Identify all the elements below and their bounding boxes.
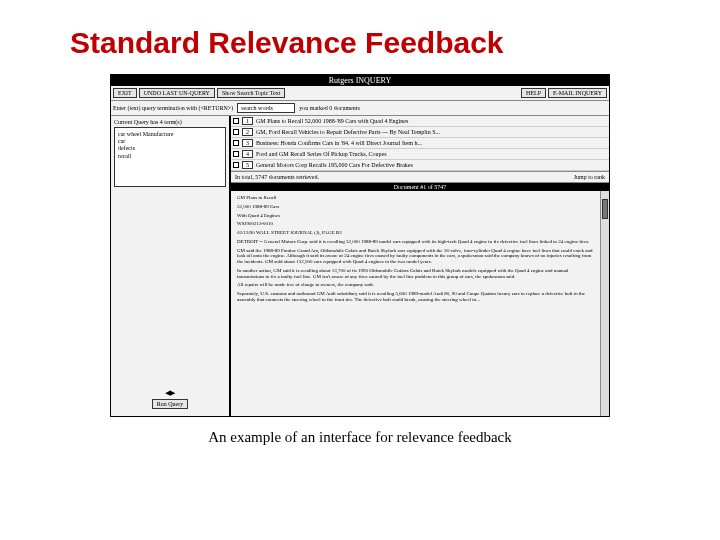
- results-count: In total, 5747 documents retrieved.: [235, 174, 319, 180]
- result-row[interactable]: 1 GM Plans to Recall 52,000 1988-'89 Car…: [231, 116, 609, 127]
- doc-line: 52,000 1988-89 Cars: [237, 204, 594, 210]
- search-input[interactable]: search words: [237, 103, 295, 113]
- rank: 5: [242, 161, 253, 169]
- scroll-thumb[interactable]: [602, 199, 608, 219]
- slide-caption: An example of an interface for relevance…: [30, 429, 690, 446]
- slide: Standard Relevance Feedback Rutgers INQU…: [0, 0, 720, 540]
- rank: 1: [242, 117, 253, 125]
- toolbar: EXIT UNDO LAST UN-QUERY Show Search Topi…: [111, 86, 609, 101]
- relevance-checkbox[interactable]: [233, 151, 239, 157]
- left-pane: Current Query has 4 term(s) car wheel Ma…: [111, 116, 231, 416]
- doc-header: Document #1 of 5747: [231, 183, 609, 191]
- doc-line: With Quad 4 Engines: [237, 213, 594, 219]
- query-row: Enter (text) query termination with (<RE…: [111, 101, 609, 116]
- rank: 4: [242, 150, 253, 158]
- doc-text: GM Plans to Recall 52,000 1988-89 Cars W…: [231, 191, 600, 416]
- term: recall: [118, 153, 222, 160]
- rank: 3: [242, 139, 253, 147]
- show-topic-button[interactable]: Show Search Topic Text: [217, 88, 285, 98]
- result-title: Ford and GM Recall Series Of Pickup Truc…: [256, 151, 387, 157]
- doc-line: DETROIT -- General Motors Corp. said it …: [237, 239, 594, 245]
- doc-line: GM Plans to Recall: [237, 195, 594, 201]
- app-body: Current Query has 4 term(s) car wheel Ma…: [111, 116, 609, 416]
- exit-button[interactable]: EXIT: [113, 88, 137, 98]
- result-row[interactable]: 5 General Motors Corp Recalls 195,000 Ca…: [231, 160, 609, 171]
- relevance-checkbox[interactable]: [233, 129, 239, 135]
- term: car wheel Manufacture: [118, 131, 222, 138]
- help-button[interactable]: HELP: [521, 88, 546, 98]
- relevance-checkbox[interactable]: [233, 162, 239, 168]
- doc-line: WSJ900213-0010: [237, 221, 594, 227]
- query-terms-label: Current Query has 4 term(s): [114, 119, 226, 125]
- window-titlebar: Rutgers INQUERY: [111, 75, 609, 86]
- doc-line: Separately, U.S. customs and outbound GM…: [237, 291, 594, 303]
- result-row[interactable]: 4 Ford and GM Recall Series Of Pickup Tr…: [231, 149, 609, 160]
- app-window: Rutgers INQUERY EXIT UNDO LAST UN-QUERY …: [110, 74, 610, 417]
- term: car: [118, 138, 222, 145]
- doc-line: GM said the 1988-89 Pontiac Grand Am, Ol…: [237, 248, 594, 265]
- result-title: General Motors Corp Recalls 195,000 Cars…: [256, 162, 413, 168]
- run-query-button[interactable]: Run Query: [152, 399, 189, 409]
- query-terms-box[interactable]: car wheel Manufacture car defects recall: [114, 127, 226, 187]
- doc-line: All repairs will be made free of charge …: [237, 282, 594, 288]
- query-prompt: Enter (text) query termination with (<RE…: [113, 105, 233, 111]
- rank: 2: [242, 128, 253, 136]
- results-footer: In total, 5747 documents retrieved. Jump…: [231, 172, 609, 183]
- pane-resize-arrows[interactable]: ◀▶: [114, 388, 226, 398]
- doc-line: 02/13/90 WALL STREET JOURNAL (J), PAGE B…: [237, 230, 594, 236]
- relevance-checkbox[interactable]: [233, 118, 239, 124]
- result-row[interactable]: 2 GM, Ford Recall Vehicles to Repair Def…: [231, 127, 609, 138]
- undo-button[interactable]: UNDO LAST UN-QUERY: [139, 88, 215, 98]
- relevance-checkbox[interactable]: [233, 140, 239, 146]
- jump-to-rank-label[interactable]: Jump to rank: [574, 174, 605, 180]
- results-list: 1 GM Plans to Recall 52,000 1988-'89 Car…: [231, 116, 609, 172]
- marked-msg: you marked 0 documents: [299, 105, 360, 111]
- result-title: Business: Honda Confirms Cars in '84. 4 …: [256, 140, 422, 146]
- result-title: GM, Ford Recall Vehicles to Repair Defec…: [256, 129, 440, 135]
- doc-line: In another action, GM said it is recalli…: [237, 268, 594, 280]
- right-pane: 1 GM Plans to Recall 52,000 1988-'89 Car…: [231, 116, 609, 416]
- doc-scrollbar[interactable]: [600, 191, 609, 416]
- slide-title: Standard Relevance Feedback: [70, 26, 690, 60]
- result-row[interactable]: 3 Business: Honda Confirms Cars in '84. …: [231, 138, 609, 149]
- email-button[interactable]: E-MAIL INQUERY: [548, 88, 607, 98]
- doc-body: GM Plans to Recall 52,000 1988-89 Cars W…: [231, 191, 609, 416]
- term: defects: [118, 145, 222, 152]
- result-title: GM Plans to Recall 52,000 1988-'89 Cars …: [256, 118, 408, 124]
